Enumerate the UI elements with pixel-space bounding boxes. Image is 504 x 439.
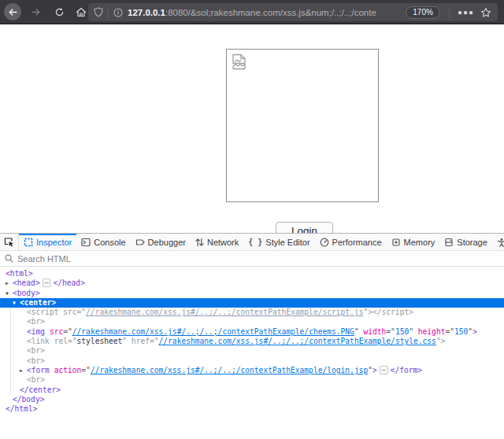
inline-children-ellipsis-badge[interactable]: ⋯ bbox=[380, 366, 388, 374]
url-bar[interactable]: 127.0.0.1:8080/&sol;rakeshmane.com/xss.j… bbox=[88, 3, 498, 21]
markup-row[interactable]: <img src="//rakeshmane.com/xss.js#/..;/.… bbox=[0, 327, 504, 337]
tab-label: Storage bbox=[457, 238, 487, 247]
code-segment-dim: "> bbox=[436, 337, 446, 345]
urlbar-divider bbox=[108, 7, 109, 18]
code-segment-dim: <link rel=" bbox=[27, 337, 77, 345]
accessibility-icon bbox=[497, 238, 504, 247]
markup-row[interactable]: <link rel="stylesheet" href="//rakeshman… bbox=[0, 337, 504, 346]
tab-style-editor[interactable]: { }Style Editor bbox=[243, 234, 314, 250]
code-segment-value: 150 bbox=[395, 327, 409, 336]
page-viewport: Login bbox=[0, 24, 504, 233]
reload-icon bbox=[54, 7, 65, 17]
code-segment-tag: <head> bbox=[13, 279, 40, 287]
code-segment-punct: =" bbox=[81, 366, 91, 374]
code-segment-tag: </form> bbox=[391, 366, 422, 374]
code-segment-link: //rakeshmane.com/xss.js#/..;/..;/context… bbox=[72, 327, 354, 336]
url-path: :8080/&sol;rakeshmane.com/xss.js&num;/..… bbox=[165, 8, 376, 17]
performance-icon bbox=[320, 238, 329, 247]
tab-accessibility[interactable]: Accessibility bbox=[492, 234, 504, 250]
markup-row[interactable]: <br> bbox=[0, 375, 504, 385]
code-segment-value: 150 bbox=[454, 327, 468, 336]
url-text[interactable]: 127.0.0.1:8080/&sol;rakeshmane.com/xss.j… bbox=[128, 8, 402, 17]
markup-row[interactable]: <script src="//rakeshmane.com/xss.js#/..… bbox=[0, 308, 504, 317]
back-icon bbox=[8, 7, 18, 17]
code-segment-tag: <center> bbox=[20, 298, 56, 307]
twisty-open-icon[interactable]: ▼ bbox=[6, 289, 13, 298]
zoom-level-badge[interactable]: 170% bbox=[406, 6, 440, 19]
debugger-icon bbox=[135, 238, 145, 247]
markup-row[interactable]: <br> bbox=[0, 356, 504, 366]
markup-row-selected[interactable]: ▼<center> bbox=[0, 298, 504, 308]
browser-toolbar: 127.0.0.1:8080/&sol;rakeshmane.com/xss.j… bbox=[0, 0, 504, 24]
pick-element-button[interactable] bbox=[0, 234, 19, 250]
code-segment-tag: </center> bbox=[20, 386, 61, 394]
more-dots-icon[interactable]: ●●● bbox=[458, 8, 474, 17]
code-segment-punct: =" bbox=[445, 327, 454, 336]
twisty-open-icon[interactable]: ▼ bbox=[13, 298, 20, 308]
code-segment-dimlink: //rakeshmane.com/xss.js#/..;/..;/context… bbox=[86, 308, 363, 316]
markup-row[interactable]: </body> bbox=[0, 395, 504, 404]
markup-row[interactable]: <br> bbox=[0, 346, 504, 356]
twisty-closed-icon[interactable]: ▶ bbox=[6, 279, 13, 288]
tab-label: Network bbox=[207, 238, 239, 247]
broken-image-placeholder bbox=[226, 49, 379, 202]
code-segment-tag: <img bbox=[27, 327, 50, 336]
tab-debugger[interactable]: Debugger bbox=[131, 234, 191, 250]
search-html-input[interactable] bbox=[17, 254, 499, 264]
inspector-icon bbox=[24, 238, 33, 247]
code-segment-tag: </html> bbox=[6, 404, 37, 413]
markup-row[interactable]: </center> bbox=[0, 386, 504, 395]
code-segment-dim: <br> bbox=[27, 356, 45, 365]
code-segment-tag: <html> bbox=[6, 269, 33, 278]
url-host: 127.0.0.1 bbox=[128, 8, 165, 17]
code-segment-dim: <script src=" bbox=[27, 308, 86, 316]
home-icon bbox=[76, 7, 87, 17]
code-segment-attr: height bbox=[418, 327, 446, 336]
tab-storage[interactable]: Storage bbox=[439, 234, 492, 250]
markup-row[interactable]: <html> bbox=[0, 269, 504, 279]
tab-label: Memory bbox=[404, 238, 435, 247]
code-segment-dim: <br> bbox=[27, 375, 45, 384]
back-button[interactable] bbox=[4, 3, 21, 20]
tab-memory[interactable]: Memory bbox=[387, 234, 440, 250]
shield-icon[interactable] bbox=[94, 7, 103, 17]
tab-inspector[interactable]: Inspector bbox=[19, 234, 76, 250]
code-segment-tag: <body> bbox=[13, 289, 40, 297]
tab-network[interactable]: Network bbox=[191, 234, 243, 250]
code-segment-punct: =" bbox=[63, 327, 72, 336]
code-segment-link: //rakeshmane.com/xss.js#/..;/..;/context… bbox=[91, 366, 368, 374]
twisty-closed-icon[interactable]: ▶ bbox=[20, 366, 27, 375]
inline-children-ellipsis-badge[interactable]: ⋯ bbox=[43, 279, 51, 287]
code-segment-dim: " href=" bbox=[122, 337, 158, 345]
tab-console[interactable]: Console bbox=[76, 234, 130, 250]
code-segment-attr: width bbox=[363, 327, 386, 336]
markup-row[interactable]: ▶<head>⋯</head> bbox=[0, 279, 504, 288]
forward-button[interactable] bbox=[26, 2, 45, 21]
code-segment-dim: <br> bbox=[27, 317, 45, 326]
markup-row[interactable]: ▶<form action="//rakeshmane.com/xss.js#/… bbox=[0, 366, 504, 375]
forward-icon bbox=[31, 7, 41, 17]
star-icon[interactable] bbox=[480, 7, 491, 18]
code-segment-tag: > bbox=[372, 366, 377, 374]
code-segment-vdark: stylesheet bbox=[77, 337, 123, 345]
memory-icon bbox=[391, 238, 401, 247]
markup-row[interactable]: ▼<body> bbox=[0, 289, 504, 298]
code-segment-punct: " bbox=[354, 327, 364, 336]
code-segment-attr: src bbox=[50, 327, 63, 336]
code-segment-tag: </head> bbox=[53, 279, 84, 287]
markup-row[interactable]: </html> bbox=[0, 404, 504, 414]
login-button[interactable]: Login bbox=[276, 222, 333, 233]
info-icon[interactable] bbox=[113, 8, 123, 17]
tab-label: Console bbox=[94, 238, 125, 247]
tab-label: Debugger bbox=[148, 238, 186, 247]
console-icon bbox=[81, 238, 91, 247]
code-segment-punct: =" bbox=[386, 327, 395, 336]
tab-performance[interactable]: Performance bbox=[315, 234, 387, 250]
code-segment-tag: </body> bbox=[13, 395, 44, 404]
markup-row[interactable]: <br> bbox=[0, 317, 504, 326]
firefox-window: 127.0.0.1:8080/&sol;rakeshmane.com/xss.j… bbox=[0, 0, 504, 439]
reload-button[interactable] bbox=[50, 2, 69, 21]
urlbar-divider-2 bbox=[449, 7, 450, 18]
code-segment-tag: > bbox=[472, 327, 477, 336]
code-segment-link: //rakeshmane.com/xss.js#/..;/..;/context… bbox=[159, 337, 436, 345]
